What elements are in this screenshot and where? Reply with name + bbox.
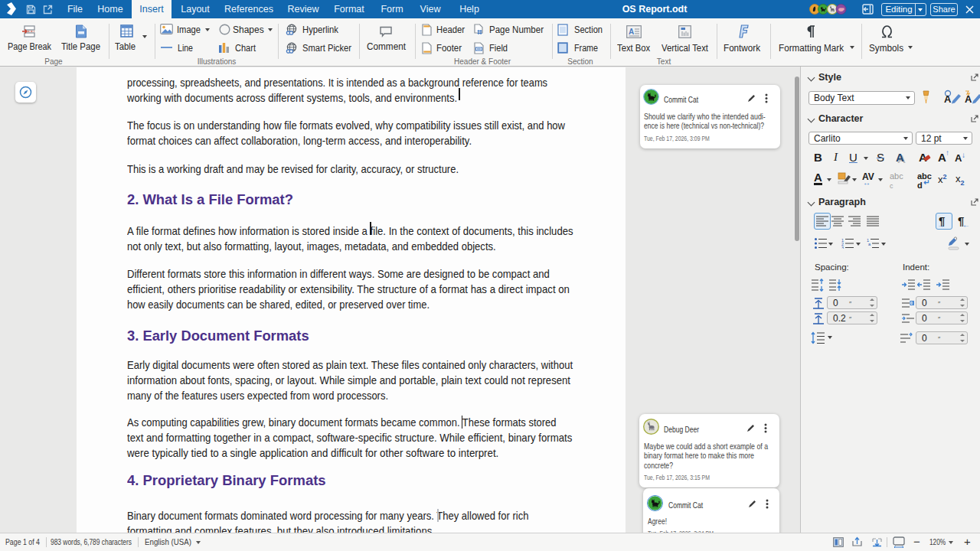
svg-text:3: 3 — [841, 246, 844, 249]
svg-text:a: a — [868, 242, 871, 246]
svg-text:A: A — [944, 93, 952, 105]
svg-text:A: A — [629, 28, 634, 36]
svg-text:A: A — [965, 93, 972, 105]
